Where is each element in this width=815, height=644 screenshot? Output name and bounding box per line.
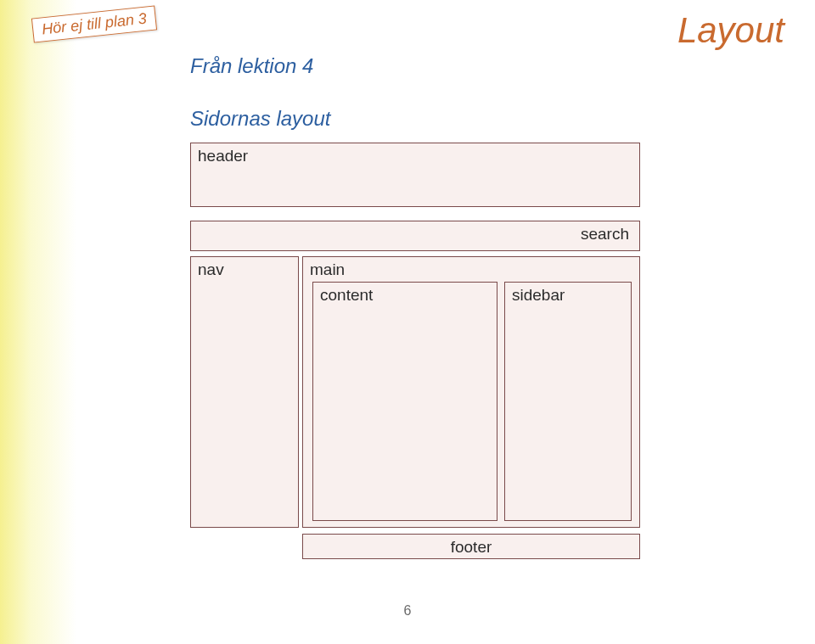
subtitle-section: Sidornas layout: [190, 107, 330, 131]
page-number: 6: [404, 603, 412, 619]
nav-box: nav: [190, 256, 299, 528]
header-box: header: [190, 143, 640, 207]
slide-gradient: [0, 0, 76, 644]
subtitle-source: Från lektion 4: [190, 54, 313, 78]
footer-box: footer: [302, 534, 640, 559]
slide-title: Layout: [677, 10, 784, 51]
content-box: content: [312, 282, 497, 521]
search-box: search: [190, 221, 640, 251]
sidebar-box: sidebar: [504, 282, 632, 521]
